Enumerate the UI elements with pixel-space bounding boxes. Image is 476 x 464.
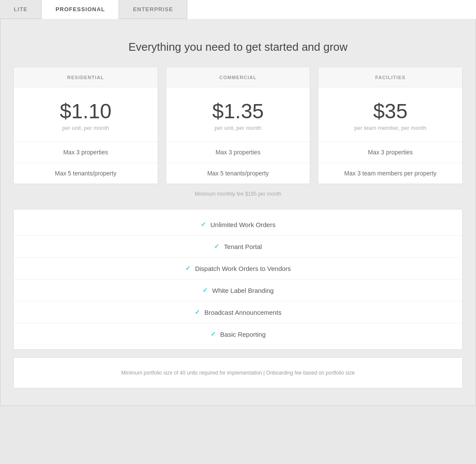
tab-professional[interactable]: PROFESSIONAL [42,0,119,19]
feature-item-tenant-portal: ✓ Tenant Portal [14,236,462,258]
check-icon: ✓ [195,308,200,316]
min-fee-note: Minimum monthly fee $195 per month [9,189,467,199]
footer-note: Minimum portfolio size of 40 units requi… [22,370,454,376]
pricing-card-facilities: FACILITIES $35 per team member, per mont… [318,67,463,184]
features-section: ✓ Unlimited Work Orders ✓ Tenant Portal … [13,209,463,350]
headline: Everything you need to get started and g… [18,40,458,54]
feature-label: White Label Branding [212,287,274,294]
feature-item-dispatch: ✓ Dispatch Work Orders to Vendors [14,258,462,280]
feature-row: Max 3 team members per property [318,163,462,184]
main-content: Everything you need to get started and g… [0,19,476,406]
feature-row: Max 5 tenants/property [166,163,310,184]
feature-row: Max 3 properties [318,142,462,163]
feature-row: Max 5 tenants/property [14,163,158,184]
check-icon: ✓ [211,330,216,338]
pricing-cards-row: RESIDENTIAL $1.10 per unit, per month Ma… [13,67,463,184]
card-header-residential: RESIDENTIAL [14,67,158,87]
card-features-facilities: Max 3 properties Max 3 team members per … [318,142,462,184]
card-price-commercial: $1.35 per unit, per month [166,87,310,142]
footer-section: Minimum portfolio size of 40 units requi… [13,357,463,388]
feature-label: Unlimited Work Orders [211,221,275,228]
pricing-card-commercial: COMMERCIAL $1.35 per unit, per month Max… [166,67,311,184]
pricing-card-residential: RESIDENTIAL $1.10 per unit, per month Ma… [13,67,158,184]
check-icon: ✓ [201,221,206,228]
feature-label: Tenant Portal [224,243,262,250]
tab-enterprise[interactable]: ENTERPRISE [119,0,187,19]
feature-item-work-orders: ✓ Unlimited Work Orders [14,214,462,236]
headline-section: Everything you need to get started and g… [9,19,467,67]
price-period-facilities: per team member, per month [327,125,454,131]
feature-label: Dispatch Work Orders to Vendors [195,265,291,272]
feature-item-reporting: ✓ Basic Reporting [14,323,462,345]
price-amount-commercial: $1.35 [175,99,302,123]
feature-item-white-label: ✓ White Label Branding [14,280,462,301]
card-header-facilities: FACILITIES [318,67,462,87]
check-icon: ✓ [214,243,220,250]
card-header-commercial: COMMERCIAL [166,67,310,87]
card-price-facilities: $35 per team member, per month [318,87,462,142]
card-features-commercial: Max 3 properties Max 5 tenants/property [166,142,310,184]
price-period-commercial: per unit, per month [175,125,302,131]
feature-label: Basic Reporting [220,331,266,338]
feature-row: Max 3 properties [14,142,158,163]
feature-row: Max 3 properties [166,142,310,163]
tab-lite[interactable]: LITE [0,0,42,19]
tab-bar: LITE PROFESSIONAL ENTERPRISE [0,0,476,19]
feature-label: Broadcast Announcements [204,309,281,316]
card-features-residential: Max 3 properties Max 5 tenants/property [14,142,158,184]
price-period-residential: per unit, per month [22,125,149,131]
price-amount-residential: $1.10 [22,99,149,123]
card-price-residential: $1.10 per unit, per month [14,87,158,142]
check-icon: ✓ [185,264,191,272]
check-icon: ✓ [202,286,208,294]
feature-item-broadcast: ✓ Broadcast Announcements [14,301,462,323]
price-amount-facilities: $35 [327,99,454,123]
